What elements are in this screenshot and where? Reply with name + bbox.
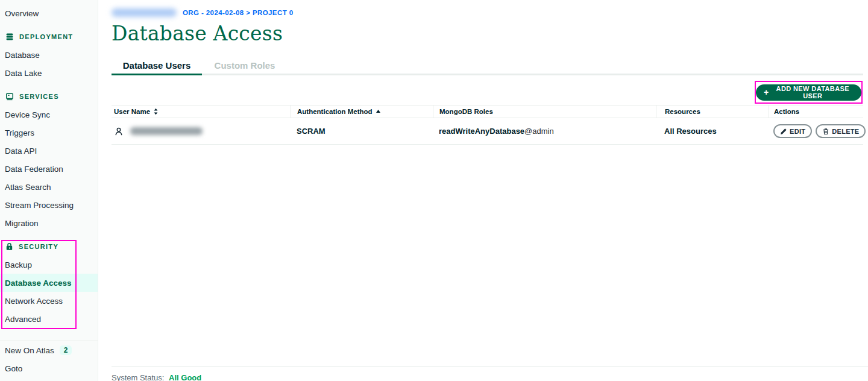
sidebar-item-stream-processing[interactable]: Stream Processing [0,196,98,214]
sidebar-section-label: SECURITY [19,243,58,250]
sidebar-item-goto[interactable]: Goto [0,359,98,377]
system-status-label: System Status: [112,373,164,381]
table-row: SCRAM readWriteAnyDatabase@admin All Res… [112,118,863,145]
delete-label: DELETE [832,128,859,135]
sidebar-item-new-on-atlas[interactable]: New On Atlas 2 [0,341,98,359]
window-icon [5,92,14,101]
column-header-resources: Resources [656,105,769,118]
database-stack-icon [5,33,14,41]
redacted-org-name-blur [112,8,177,17]
sidebar: Overview DEPLOYMENT Database Data Lake S… [0,0,98,381]
main-content: ORG - 2024-02-08 > PROJECT 0 Database Ac… [98,0,868,381]
column-label: MongoDB Roles [439,108,493,115]
lock-icon [5,242,13,251]
sidebar-item-database[interactable]: Database [0,46,98,64]
sidebar-item-data-api[interactable]: Data API [0,142,98,160]
resources-cell: All Resources [656,118,769,144]
column-label: User Name [114,108,150,115]
sidebar-item-migration[interactable]: Migration [0,214,98,232]
sidebar-section-label: SERVICES [19,93,59,100]
database-users-table: User Name Authentication Method MongoDB … [112,105,863,145]
sidebar-item-advanced[interactable]: Advanced [0,310,98,328]
actions-cell: EDIT DELETE [769,118,863,144]
sidebar-item-network-access[interactable]: Network Access [0,292,98,310]
sidebar-item-triggers[interactable]: Triggers [0,124,98,142]
role-scope: @admin [524,127,554,136]
breadcrumb-links[interactable]: ORG - 2024-02-08 > PROJECT 0 [183,9,293,16]
sort-ascending-icon [376,109,381,114]
pencil-icon [780,128,787,135]
user-name-cell [112,118,291,144]
sidebar-section-security: SECURITY [0,238,98,256]
new-on-atlas-badge: 2 [60,345,72,355]
tab-custom-roles[interactable]: Custom Roles [202,59,288,75]
trash-icon [822,128,829,135]
edit-label: EDIT [790,128,805,135]
sidebar-item-data-lake[interactable]: Data Lake [0,64,98,82]
sidebar-item-database-access[interactable]: Database Access [0,274,98,292]
table-header-row: User Name Authentication Method MongoDB … [112,105,863,118]
sidebar-section-services: SERVICES [0,87,98,105]
sidebar-item-device-sync[interactable]: Device Sync [0,105,98,124]
system-status-link[interactable]: All Good [169,373,201,381]
auth-method-cell: SCRAM [291,118,433,144]
sidebar-section-deployment: DEPLOYMENT [0,28,98,46]
sidebar-item-atlas-search[interactable]: Atlas Search [0,178,98,196]
page-title: Database Access [112,22,283,45]
column-header-user-name[interactable]: User Name [112,105,291,118]
column-label: Actions [774,108,799,115]
add-button-label: ADD NEW DATABASE USER [772,85,854,99]
role-name: readWriteAnyDatabase [439,127,524,136]
delete-button[interactable]: DELETE [816,124,866,138]
column-header-auth-method[interactable]: Authentication Method [291,105,433,118]
column-header-actions: Actions [769,105,863,118]
column-label: Resources [665,108,700,115]
system-status: System Status: All Good [112,373,201,381]
column-label: Authentication Method [297,108,373,115]
footer-divider [112,366,868,367]
person-icon [114,127,124,136]
atlas-app: Overview DEPLOYMENT Database Data Lake S… [0,0,868,381]
add-new-database-user-button[interactable]: + ADD NEW DATABASE USER [756,84,861,101]
redacted-username-blur [130,127,203,135]
tab-bar: Database Users Custom Roles [112,59,863,75]
add-user-annotation-box: + ADD NEW DATABASE USER [755,81,863,104]
sidebar-item-overview[interactable]: Overview [0,4,98,22]
edit-button[interactable]: EDIT [773,124,812,138]
new-on-atlas-label: New On Atlas [5,346,54,355]
breadcrumb: ORG - 2024-02-08 > PROJECT 0 [112,8,293,17]
sidebar-section-label: DEPLOYMENT [19,33,73,40]
sidebar-item-backup[interactable]: Backup [0,256,98,274]
tab-database-users[interactable]: Database Users [112,59,202,75]
sidebar-item-data-federation[interactable]: Data Federation [0,160,98,178]
column-header-mongodb-roles: MongoDB Roles [433,105,656,118]
mongodb-roles-cell: readWriteAnyDatabase@admin [433,118,656,144]
sort-both-icon [153,108,159,115]
plus-icon: + [764,87,769,97]
